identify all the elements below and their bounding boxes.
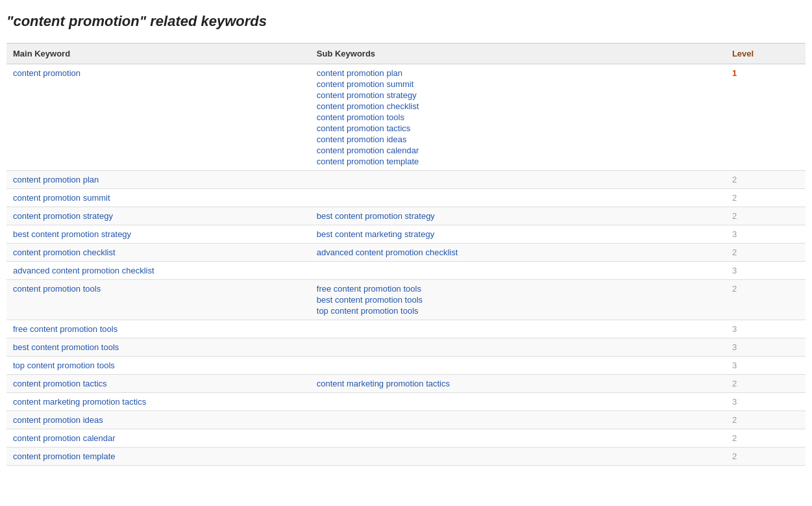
main-keyword-cell: content promotion template xyxy=(6,448,310,466)
table-row: content promotion checklistadvanced cont… xyxy=(6,244,806,262)
sub-keyword-link[interactable]: content promotion checklist xyxy=(317,101,719,111)
table-row: content marketing promotion tactics3 xyxy=(6,393,806,411)
level-value: 2 xyxy=(732,211,737,221)
main-keyword-link[interactable]: content promotion tactics xyxy=(13,379,107,388)
sub-keyword-link[interactable]: best content marketing strategy xyxy=(317,229,719,239)
sub-keyword-link[interactable]: content promotion calendar xyxy=(317,145,719,155)
sub-keyword-link[interactable]: content promotion ideas xyxy=(317,134,719,144)
table-row: content promotioncontent promotion planc… xyxy=(6,64,806,171)
main-keyword-link[interactable]: content promotion plan xyxy=(13,175,99,184)
sub-keywords-cell xyxy=(310,429,726,448)
sub-keywords-cell: content marketing promotion tactics xyxy=(310,375,726,393)
sub-keywords-cell: content promotion plancontent promotion … xyxy=(310,64,726,171)
main-keyword-cell: content marketing promotion tactics xyxy=(6,393,310,411)
main-keyword-link[interactable]: free content promotion tools xyxy=(13,324,117,334)
main-keyword-cell: top content promotion tools xyxy=(6,357,310,375)
sub-keywords-cell xyxy=(310,338,726,357)
main-keyword-link[interactable]: content promotion strategy xyxy=(13,211,113,221)
level-cell: 3 xyxy=(726,357,806,375)
sub-keywords-cell: best content promotion strategy xyxy=(310,207,726,225)
level-value: 2 xyxy=(732,433,737,443)
sub-keywords-cell xyxy=(310,262,726,280)
level-cell: 3 xyxy=(726,262,806,280)
col-header-level: Level xyxy=(726,44,806,64)
sub-keyword-link[interactable]: content promotion tools xyxy=(317,112,719,122)
level-value: 3 xyxy=(732,342,737,352)
table-row: advanced content promotion checklist3 xyxy=(6,262,806,280)
main-keyword-link[interactable]: content promotion summit xyxy=(13,193,110,203)
level-cell: 2 xyxy=(726,448,806,466)
main-keyword-link[interactable]: content promotion checklist xyxy=(13,247,116,257)
level-cell: 2 xyxy=(726,189,806,207)
sub-keyword-link[interactable]: advanced content promotion checklist xyxy=(317,247,719,257)
main-keyword-link[interactable]: advanced content promotion checklist xyxy=(13,266,154,275)
sub-keyword-link[interactable]: best content promotion strategy xyxy=(317,211,719,221)
table-row: best content promotion tools3 xyxy=(6,338,806,357)
sub-keywords-cell xyxy=(310,448,726,466)
level-value: 1 xyxy=(732,68,737,78)
sub-keyword-link[interactable]: content promotion strategy xyxy=(317,90,719,100)
main-keyword-cell: free content promotion tools xyxy=(6,320,310,338)
table-row: content promotion plan2 xyxy=(6,171,806,189)
level-value: 3 xyxy=(732,324,737,334)
level-cell: 3 xyxy=(726,225,806,244)
main-keyword-cell: content promotion strategy xyxy=(6,207,310,225)
sub-keywords-cell xyxy=(310,411,726,429)
table-row: content promotion tacticscontent marketi… xyxy=(6,375,806,393)
sub-keywords-cell: advanced content promotion checklist xyxy=(310,244,726,262)
table-header-row: Main Keyword Sub Keywords Level xyxy=(6,44,806,64)
sub-keywords-cell xyxy=(310,171,726,189)
table-row: content promotion strategybest content p… xyxy=(6,207,806,225)
level-value: 2 xyxy=(732,451,737,461)
sub-keyword-link[interactable]: top content promotion tools xyxy=(317,306,719,316)
col-header-main: Main Keyword xyxy=(6,44,310,64)
level-cell: 2 xyxy=(726,411,806,429)
main-keyword-link[interactable]: content marketing promotion tactics xyxy=(13,397,146,407)
sub-keyword-link[interactable]: content promotion plan xyxy=(317,68,719,78)
main-keyword-cell: content promotion tactics xyxy=(6,375,310,393)
sub-keywords-cell xyxy=(310,393,726,411)
level-cell: 1 xyxy=(726,64,806,171)
table-row: content promotion summit2 xyxy=(6,189,806,207)
level-value: 2 xyxy=(732,175,737,184)
sub-keyword-link[interactable]: free content promotion tools xyxy=(317,284,719,294)
level-value: 2 xyxy=(732,247,737,257)
main-keyword-link[interactable]: content promotion tools xyxy=(13,284,101,294)
main-keyword-cell: content promotion summit xyxy=(6,189,310,207)
level-cell: 2 xyxy=(726,280,806,320)
sub-keyword-link[interactable]: content promotion template xyxy=(317,157,719,166)
main-keyword-link[interactable]: content promotion ideas xyxy=(13,415,103,425)
level-value: 3 xyxy=(732,397,737,407)
main-keyword-cell: content promotion calendar xyxy=(6,429,310,448)
sub-keyword-link[interactable]: best content promotion tools xyxy=(317,295,719,305)
main-keyword-cell: advanced content promotion checklist xyxy=(6,262,310,280)
level-cell: 3 xyxy=(726,320,806,338)
sub-keyword-link[interactable]: content promotion tactics xyxy=(317,123,719,133)
level-value: 3 xyxy=(732,266,737,275)
table-row: free content promotion tools3 xyxy=(6,320,806,338)
main-keyword-link[interactable]: best content promotion tools xyxy=(13,342,119,352)
level-cell: 2 xyxy=(726,171,806,189)
sub-keywords-cell xyxy=(310,189,726,207)
table-row: top content promotion tools3 xyxy=(6,357,806,375)
main-keyword-cell: best content promotion tools xyxy=(6,338,310,357)
sub-keyword-link[interactable]: content promotion summit xyxy=(317,79,719,89)
level-cell: 2 xyxy=(726,375,806,393)
main-keyword-link[interactable]: top content promotion tools xyxy=(13,361,115,370)
main-keyword-cell: best content promotion strategy xyxy=(6,225,310,244)
main-keyword-cell: content promotion tools xyxy=(6,280,310,320)
main-keyword-link[interactable]: best content promotion strategy xyxy=(13,229,131,239)
main-keyword-link[interactable]: content promotion xyxy=(13,68,80,78)
level-cell: 3 xyxy=(726,393,806,411)
main-keyword-cell: content promotion plan xyxy=(6,171,310,189)
level-value: 2 xyxy=(732,415,737,425)
main-keyword-link[interactable]: content promotion template xyxy=(13,451,116,461)
col-header-sub: Sub Keywords xyxy=(310,44,726,64)
level-cell: 2 xyxy=(726,429,806,448)
level-value: 2 xyxy=(732,284,737,294)
main-keyword-cell: content promotion xyxy=(6,64,310,171)
main-keyword-link[interactable]: content promotion calendar xyxy=(13,433,116,443)
table-row: content promotion calendar2 xyxy=(6,429,806,448)
sub-keywords-cell xyxy=(310,357,726,375)
sub-keyword-link[interactable]: content marketing promotion tactics xyxy=(317,379,719,388)
